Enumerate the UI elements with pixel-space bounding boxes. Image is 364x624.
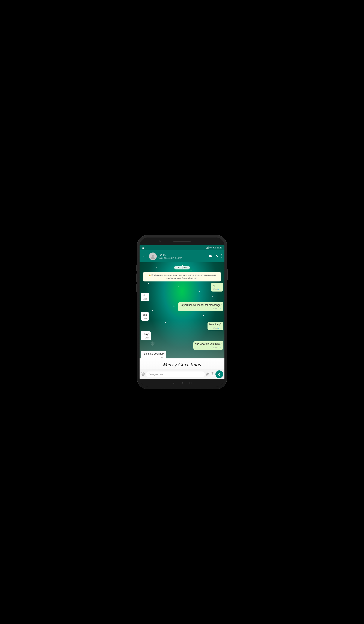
msg-text-6: 5days <box>143 333 149 336</box>
phone-call-icon[interactable] <box>215 255 218 258</box>
msg-time-1: 19:05 <box>213 288 218 291</box>
msg-text-7: and what do you think? <box>195 342 221 345</box>
msg-time-6: 19:06 <box>145 337 150 339</box>
date-label: СЕГОДНЯ <box>174 266 189 269</box>
msg-time-3: 19:05 <box>213 307 218 310</box>
message-4: Yes 19:06 <box>141 312 223 321</box>
msg-time-7: 19:06 <box>213 346 218 349</box>
message-2: Hi 19:05 <box>141 293 223 301</box>
msg-meta-7: 19:06 ✓✓ <box>195 346 221 349</box>
back-nav-button[interactable]: ◁ <box>173 381 175 385</box>
msg-time-8: 19:07 <box>160 356 165 358</box>
svg-point-10 <box>221 254 222 255</box>
phone-nav-bar: ◁ ○ □ <box>140 379 224 387</box>
recents-nav-button[interactable]: □ <box>190 381 191 385</box>
svg-rect-4 <box>208 247 208 249</box>
msg-meta-3: 19:05 ✓✓ <box>180 307 221 310</box>
earpiece-speaker <box>173 241 191 242</box>
status-left: 🖼 <box>142 247 144 249</box>
clock: 19:10 <box>217 247 222 249</box>
chat-messages: СЕГОДНЯ 🔒 Сообщения и звонки в данном ча… <box>140 262 224 358</box>
check-icon-7: ✓✓ <box>218 346 221 349</box>
chat-area: ❄ ❄ СЕГОДНЯ 🔒 Сообщения и звонки в данно… <box>140 262 224 358</box>
status-right: 8% 19:10 <box>203 247 222 249</box>
bubble-2: Hi 19:05 <box>141 293 149 301</box>
message-input[interactable] <box>146 371 205 377</box>
app-bar: ← Grish был(-а) сегодня в 19:07 <box>140 250 224 262</box>
bubble-5: How long? 19:06 ✓✓ <box>208 322 223 330</box>
message-input-area <box>140 369 224 379</box>
date-separator: СЕГОДНЯ <box>141 265 223 269</box>
svg-rect-6 <box>216 247 216 248</box>
more-options-icon[interactable] <box>221 254 222 258</box>
svg-rect-18 <box>219 373 220 374</box>
attach-button[interactable] <box>206 372 209 376</box>
msg-meta-6: 19:06 <box>143 337 149 339</box>
msg-meta-4: 19:06 <box>143 317 148 320</box>
bubble-8: I think it's cool app) 19:07 <box>141 351 166 358</box>
contact-info[interactable]: Grish был(-а) сегодня в 19:07 <box>158 253 207 259</box>
message-5: How long? 19:06 ✓✓ <box>141 322 223 330</box>
svg-point-13 <box>141 372 144 376</box>
volume-up-button <box>136 265 137 271</box>
camera-icon[interactable] <box>211 372 214 376</box>
volume-down-button <box>136 274 137 282</box>
msg-text-8: I think it's cool app) <box>143 352 164 355</box>
msg-meta-2: 19:05 <box>143 298 148 301</box>
message-6: 5days 19:06 <box>141 331 223 340</box>
svg-point-14 <box>142 373 143 374</box>
camera-button <box>136 284 137 292</box>
msg-text-1: Hi <box>213 284 215 287</box>
phone-device: 🖼 8% 19:10 ← <box>137 235 227 389</box>
message-7: and what do you think? 19:06 ✓✓ <box>141 341 223 350</box>
bubble-7: and what do you think? 19:06 ✓✓ <box>193 341 223 350</box>
avatar <box>149 253 157 260</box>
svg-rect-7 <box>213 247 213 248</box>
svg-point-12 <box>221 257 222 258</box>
encryption-text: 🔒 Сообщения и звонки в данном чате тепер… <box>148 274 216 279</box>
msg-time-5: 19:06 <box>213 327 218 330</box>
svg-rect-0 <box>206 248 207 249</box>
msg-time-4: 19:06 <box>143 317 148 320</box>
svg-point-15 <box>143 373 144 374</box>
notification-icon: 🖼 <box>142 247 144 249</box>
svg-rect-16 <box>211 373 214 375</box>
check-icon-1: ✓✓ <box>218 288 221 291</box>
msg-meta-5: 19:06 ✓✓ <box>209 327 221 330</box>
msg-meta-1: 19:05 ✓✓ <box>213 288 221 291</box>
power-button <box>227 269 228 280</box>
svg-point-8 <box>152 255 154 257</box>
phone-screen: 🖼 8% 19:10 ← <box>140 237 224 387</box>
contact-name: Grish <box>158 253 207 257</box>
screen-content: 🖼 8% 19:10 ← <box>140 245 224 379</box>
bubble-1: Hi 19:05 ✓✓ <box>211 283 223 291</box>
svg-point-11 <box>221 256 222 256</box>
msg-text-2: Hi <box>143 294 145 297</box>
bubble-3: Do you use wallpaper for messenger 19:05… <box>178 302 223 311</box>
msg-time-2: 19:05 <box>143 298 148 301</box>
video-call-icon[interactable] <box>209 255 212 258</box>
svg-point-17 <box>212 373 213 375</box>
msg-text-4: Yes <box>143 313 147 316</box>
encryption-notice: 🔒 Сообщения и звонки в данном чате тепер… <box>143 272 221 282</box>
msg-text-3: Do you use wallpaper for messenger <box>180 304 221 307</box>
home-nav-button[interactable]: ○ <box>181 381 183 385</box>
merry-christmas-banner: Merry Christmas <box>140 358 224 369</box>
wifi-icon <box>203 247 205 249</box>
back-button[interactable]: ← <box>142 253 147 259</box>
battery-icon <box>213 247 216 249</box>
contact-status: был(-а) сегодня в 19:07 <box>158 257 207 259</box>
microphone-button[interactable] <box>215 370 223 378</box>
message-3: Do you use wallpaper for messenger 19:05… <box>141 302 223 311</box>
message-8: I think it's cool app) 19:07 <box>141 351 223 358</box>
phone-top-bar <box>140 237 224 245</box>
msg-text-5: How long? <box>209 323 221 326</box>
svg-rect-9 <box>209 255 211 257</box>
emoji-button[interactable] <box>141 372 145 377</box>
message-1: Hi 19:05 ✓✓ <box>141 283 223 291</box>
signal-icon <box>206 247 208 249</box>
bubble-6: 5days 19:06 <box>141 331 151 340</box>
svg-rect-1 <box>207 248 207 249</box>
status-bar: 🖼 8% 19:10 <box>140 245 224 250</box>
battery-percent: 8% <box>209 247 212 249</box>
